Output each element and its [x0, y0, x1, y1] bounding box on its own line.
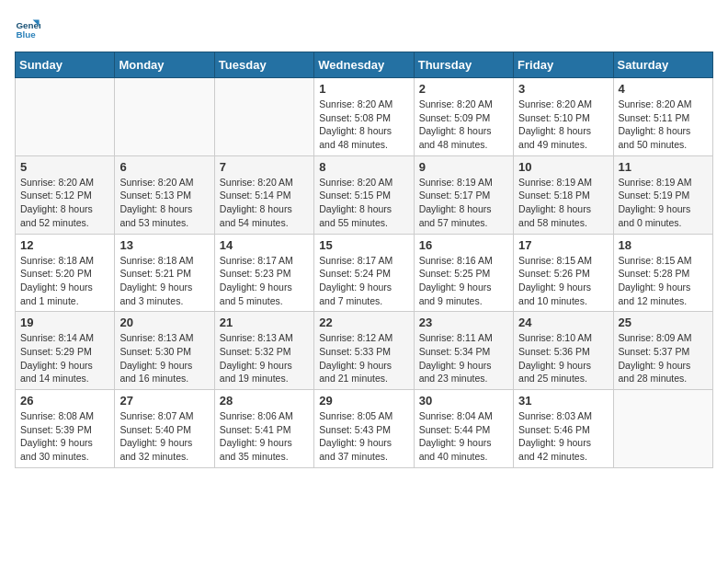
calendar-cell: 17Sunrise: 8:15 AMSunset: 5:26 PMDayligh…: [514, 234, 613, 312]
calendar-cell: 19Sunrise: 8:14 AMSunset: 5:29 PMDayligh…: [16, 312, 115, 390]
day-info: Sunrise: 8:18 AMSunset: 5:20 PMDaylight:…: [20, 254, 109, 308]
calendar-cell: 25Sunrise: 8:09 AMSunset: 5:37 PMDayligh…: [613, 312, 712, 390]
day-number: 16: [419, 238, 508, 252]
calendar-cell: 1Sunrise: 8:20 AMSunset: 5:08 PMDaylight…: [314, 78, 414, 156]
day-number: 14: [220, 238, 309, 252]
calendar-cell: 29Sunrise: 8:05 AMSunset: 5:43 PMDayligh…: [314, 390, 414, 468]
weekday-header-wednesday: Wednesday: [314, 52, 414, 78]
svg-text:Blue: Blue: [16, 29, 36, 40]
day-number: 10: [518, 160, 608, 174]
day-number: 8: [319, 160, 408, 174]
day-info: Sunrise: 8:19 AMSunset: 5:18 PMDaylight:…: [518, 176, 608, 230]
day-number: 21: [220, 316, 309, 329]
day-info: Sunrise: 8:12 AMSunset: 5:33 PMDaylight:…: [319, 331, 408, 385]
day-number: 4: [619, 82, 708, 96]
calendar-cell: [613, 390, 712, 468]
calendar-table: SundayMondayTuesdayWednesdayThursdayFrid…: [15, 52, 713, 468]
calendar-cell: 2Sunrise: 8:20 AMSunset: 5:09 PMDaylight…: [414, 78, 513, 156]
day-number: 26: [20, 394, 109, 408]
day-info: Sunrise: 8:09 AMSunset: 5:37 PMDaylight:…: [619, 331, 708, 385]
calendar-week-4: 19Sunrise: 8:14 AMSunset: 5:29 PMDayligh…: [16, 312, 713, 390]
day-number: 5: [20, 160, 109, 174]
calendar-cell: 16Sunrise: 8:16 AMSunset: 5:25 PMDayligh…: [414, 234, 513, 312]
day-info: Sunrise: 8:17 AMSunset: 5:24 PMDaylight:…: [319, 254, 408, 308]
day-info: Sunrise: 8:15 AMSunset: 5:26 PMDaylight:…: [518, 254, 608, 308]
calendar-cell: 31Sunrise: 8:03 AMSunset: 5:46 PMDayligh…: [514, 390, 613, 468]
day-info: Sunrise: 8:19 AMSunset: 5:17 PMDaylight:…: [419, 176, 508, 230]
day-number: 31: [518, 394, 608, 408]
day-info: Sunrise: 8:16 AMSunset: 5:25 PMDaylight:…: [419, 254, 508, 308]
calendar-cell: 6Sunrise: 8:20 AMSunset: 5:13 PMDaylight…: [115, 155, 214, 234]
calendar-cell: 13Sunrise: 8:18 AMSunset: 5:21 PMDayligh…: [115, 234, 214, 312]
day-number: 22: [319, 316, 408, 329]
day-number: 2: [419, 82, 508, 96]
day-number: 29: [319, 394, 408, 408]
day-info: Sunrise: 8:20 AMSunset: 5:15 PMDaylight:…: [319, 176, 408, 230]
day-number: 20: [119, 316, 209, 329]
day-number: 19: [20, 316, 109, 329]
calendar-cell: 24Sunrise: 8:10 AMSunset: 5:36 PMDayligh…: [514, 312, 613, 390]
calendar-cell: 28Sunrise: 8:06 AMSunset: 5:41 PMDayligh…: [214, 390, 313, 468]
calendar-week-3: 12Sunrise: 8:18 AMSunset: 5:20 PMDayligh…: [16, 234, 713, 312]
day-info: Sunrise: 8:17 AMSunset: 5:23 PMDaylight:…: [220, 254, 309, 308]
calendar-week-1: 1Sunrise: 8:20 AMSunset: 5:08 PMDaylight…: [16, 78, 713, 156]
calendar-cell: 10Sunrise: 8:19 AMSunset: 5:18 PMDayligh…: [514, 155, 613, 234]
calendar-cell: [115, 78, 214, 156]
day-info: Sunrise: 8:20 AMSunset: 5:08 PMDaylight:…: [319, 98, 408, 152]
day-number: 12: [20, 238, 109, 252]
weekday-header-friday: Friday: [514, 52, 613, 78]
weekday-header-tuesday: Tuesday: [214, 52, 313, 78]
day-number: 27: [119, 394, 209, 408]
calendar-cell: 21Sunrise: 8:13 AMSunset: 5:32 PMDayligh…: [214, 312, 313, 390]
day-info: Sunrise: 8:07 AMSunset: 5:40 PMDaylight:…: [119, 409, 209, 464]
day-info: Sunrise: 8:20 AMSunset: 5:09 PMDaylight:…: [419, 98, 508, 152]
day-number: 9: [419, 160, 508, 174]
day-number: 15: [319, 238, 408, 252]
day-number: 6: [119, 160, 209, 174]
day-info: Sunrise: 8:04 AMSunset: 5:44 PMDaylight:…: [419, 409, 508, 464]
day-number: 1: [319, 82, 408, 96]
weekday-header-thursday: Thursday: [414, 52, 513, 78]
calendar-cell: 15Sunrise: 8:17 AMSunset: 5:24 PMDayligh…: [314, 234, 414, 312]
weekday-header-monday: Monday: [115, 52, 214, 78]
day-info: Sunrise: 8:10 AMSunset: 5:36 PMDaylight:…: [518, 331, 608, 385]
calendar-cell: 9Sunrise: 8:19 AMSunset: 5:17 PMDaylight…: [414, 155, 513, 234]
calendar-week-2: 5Sunrise: 8:20 AMSunset: 5:12 PMDaylight…: [16, 155, 713, 234]
day-info: Sunrise: 8:13 AMSunset: 5:30 PMDaylight:…: [119, 331, 209, 385]
weekday-header-saturday: Saturday: [613, 52, 712, 78]
day-info: Sunrise: 8:06 AMSunset: 5:41 PMDaylight:…: [220, 409, 309, 464]
calendar-cell: 12Sunrise: 8:18 AMSunset: 5:20 PMDayligh…: [16, 234, 115, 312]
day-number: 18: [619, 238, 708, 252]
day-number: 24: [518, 316, 608, 329]
calendar-cell: 18Sunrise: 8:15 AMSunset: 5:28 PMDayligh…: [613, 234, 712, 312]
day-info: Sunrise: 8:19 AMSunset: 5:19 PMDaylight:…: [619, 176, 708, 230]
day-number: 7: [220, 160, 309, 174]
weekday-header-sunday: Sunday: [16, 52, 115, 78]
page-header: General Blue: [15, 15, 713, 40]
calendar-cell: 5Sunrise: 8:20 AMSunset: 5:12 PMDaylight…: [16, 155, 115, 234]
calendar-cell: 30Sunrise: 8:04 AMSunset: 5:44 PMDayligh…: [414, 390, 513, 468]
day-info: Sunrise: 8:05 AMSunset: 5:43 PMDaylight:…: [319, 409, 408, 464]
day-info: Sunrise: 8:20 AMSunset: 5:14 PMDaylight:…: [220, 176, 309, 230]
day-info: Sunrise: 8:20 AMSunset: 5:11 PMDaylight:…: [619, 98, 708, 152]
calendar-cell: [214, 78, 313, 156]
calendar-cell: 4Sunrise: 8:20 AMSunset: 5:11 PMDaylight…: [613, 78, 712, 156]
day-info: Sunrise: 8:15 AMSunset: 5:28 PMDaylight:…: [619, 254, 708, 308]
calendar-week-5: 26Sunrise: 8:08 AMSunset: 5:39 PMDayligh…: [16, 390, 713, 468]
calendar-cell: [16, 78, 115, 156]
day-info: Sunrise: 8:14 AMSunset: 5:29 PMDaylight:…: [20, 331, 109, 385]
day-number: 25: [619, 316, 708, 329]
day-info: Sunrise: 8:20 AMSunset: 5:13 PMDaylight:…: [119, 176, 209, 230]
calendar-cell: 22Sunrise: 8:12 AMSunset: 5:33 PMDayligh…: [314, 312, 414, 390]
weekday-header-row: SundayMondayTuesdayWednesdayThursdayFrid…: [16, 52, 713, 78]
day-info: Sunrise: 8:11 AMSunset: 5:34 PMDaylight:…: [419, 331, 508, 385]
day-info: Sunrise: 8:13 AMSunset: 5:32 PMDaylight:…: [220, 331, 309, 385]
day-info: Sunrise: 8:03 AMSunset: 5:46 PMDaylight:…: [518, 409, 608, 464]
day-info: Sunrise: 8:20 AMSunset: 5:10 PMDaylight:…: [518, 98, 608, 152]
day-number: 23: [419, 316, 508, 329]
calendar-cell: 27Sunrise: 8:07 AMSunset: 5:40 PMDayligh…: [115, 390, 214, 468]
calendar-cell: 23Sunrise: 8:11 AMSunset: 5:34 PMDayligh…: [414, 312, 513, 390]
day-number: 28: [220, 394, 309, 408]
calendar-cell: 20Sunrise: 8:13 AMSunset: 5:30 PMDayligh…: [115, 312, 214, 390]
day-info: Sunrise: 8:08 AMSunset: 5:39 PMDaylight:…: [20, 409, 109, 464]
